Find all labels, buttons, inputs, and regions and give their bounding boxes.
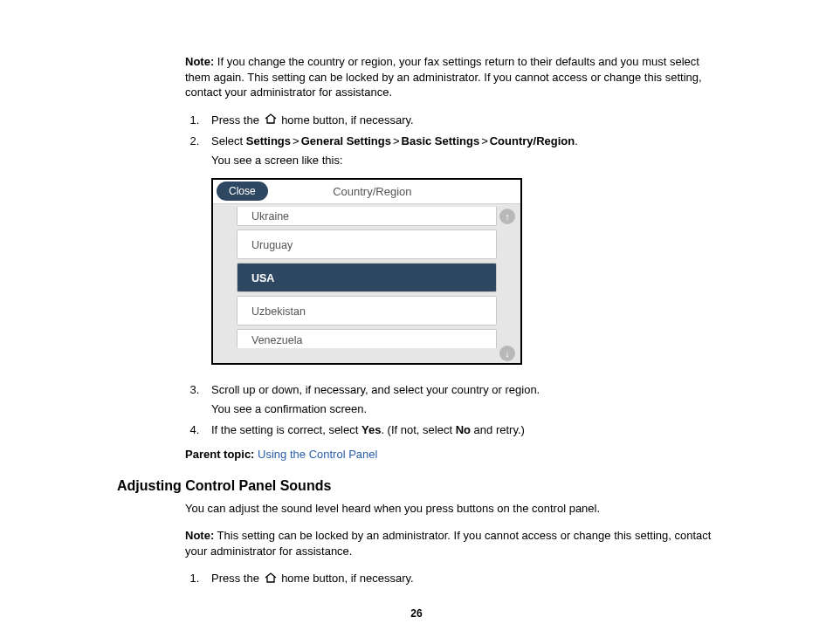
steps-list-c: Press the home button, if necessary. bbox=[114, 571, 719, 587]
home-icon bbox=[265, 113, 277, 128]
scroll-up-button[interactable]: ↑ bbox=[499, 209, 515, 224]
step-1: Press the home button, if necessary. bbox=[203, 113, 719, 129]
section-intro: You can adjust the sound level heard whe… bbox=[185, 501, 719, 517]
breadcrumb-general: General Settings bbox=[301, 134, 391, 147]
device-body: Ukraine Uruguay USA Uzbekistan Venezuela… bbox=[213, 204, 520, 363]
note-text: This setting can be locked by an adminis… bbox=[185, 529, 711, 558]
step-4-yes: Yes bbox=[361, 423, 381, 436]
step-3-subline: You see a confirmation screen. bbox=[211, 401, 719, 417]
step-c1: Press the home button, if necessary. bbox=[203, 571, 719, 587]
country-list: Ukraine Uruguay USA Uzbekistan Venezuela bbox=[237, 207, 497, 363]
page-number: 26 bbox=[0, 607, 833, 620]
breadcrumb-basic: Basic Settings bbox=[402, 134, 480, 147]
parent-topic-label: Parent topic: bbox=[185, 448, 254, 461]
steps-list-a: Press the home button, if necessary. Sel… bbox=[114, 113, 719, 169]
breadcrumb-sep-3: > bbox=[481, 134, 488, 147]
note-label: Note: bbox=[185, 55, 214, 68]
note-text: If you change the country or region, you… bbox=[185, 55, 702, 99]
device-title: Country/Region bbox=[268, 185, 477, 198]
device-header: Close Country/Region bbox=[213, 180, 520, 204]
step-4-text-a: If the setting is correct, select bbox=[211, 423, 361, 436]
note-sounds: Note: This setting can be locked by an a… bbox=[185, 528, 719, 558]
list-item[interactable]: Ukraine bbox=[237, 207, 497, 226]
list-item[interactable]: Uruguay bbox=[237, 230, 497, 259]
device-frame: Close Country/Region Ukraine Uruguay USA… bbox=[211, 178, 522, 365]
step-3-text: Scroll up or down, if necessary, and sel… bbox=[211, 383, 540, 396]
step-1-text-b: home button, if necessary. bbox=[279, 113, 414, 127]
parent-topic: Parent topic: Using the Control Panel bbox=[185, 447, 719, 462]
step-c1-text-b: home button, if necessary. bbox=[279, 572, 414, 585]
step-4: If the setting is correct, select Yes. (… bbox=[203, 422, 719, 438]
list-item[interactable]: Uzbekistan bbox=[237, 296, 497, 325]
list-item-selected[interactable]: USA bbox=[237, 263, 497, 292]
step-2-subline: You see a screen like this: bbox=[211, 153, 719, 168]
breadcrumb-country: Country/Region bbox=[490, 134, 575, 147]
breadcrumb-settings: Settings bbox=[246, 134, 291, 147]
note-label: Note: bbox=[185, 529, 214, 542]
scroll-column: ↑ ↓ bbox=[497, 207, 518, 363]
breadcrumb-sep-2: > bbox=[393, 134, 400, 147]
step-2-text-a: Select bbox=[211, 134, 246, 147]
section-heading-sounds: Adjusting Control Panel Sounds bbox=[114, 478, 719, 494]
list-item[interactable]: Venezuela bbox=[237, 329, 497, 348]
note-country-region: Note: If you change the country or regio… bbox=[185, 54, 719, 100]
home-icon bbox=[265, 572, 277, 587]
step-1-text-a: Press the bbox=[211, 113, 263, 127]
close-button[interactable]: Close bbox=[217, 182, 268, 201]
steps-list-b: Scroll up or down, if necessary, and sel… bbox=[114, 382, 719, 439]
step-4-text-e: and retry.) bbox=[471, 423, 525, 436]
breadcrumb-sep-1: > bbox=[293, 134, 299, 147]
step-3: Scroll up or down, if necessary, and sel… bbox=[203, 382, 719, 417]
scroll-down-button[interactable]: ↓ bbox=[499, 346, 515, 361]
device-left-gutter bbox=[216, 207, 237, 363]
step-4-no: No bbox=[456, 423, 471, 436]
device-screenshot: Close Country/Region Ukraine Uruguay USA… bbox=[211, 178, 719, 365]
step-2-end: . bbox=[575, 134, 578, 147]
step-c1-text-a: Press the bbox=[211, 572, 263, 585]
parent-topic-link[interactable]: Using the Control Panel bbox=[258, 448, 377, 461]
step-4-text-c: . (If not, select bbox=[381, 423, 455, 436]
step-2: Select Settings>General Settings>Basic S… bbox=[203, 134, 719, 168]
